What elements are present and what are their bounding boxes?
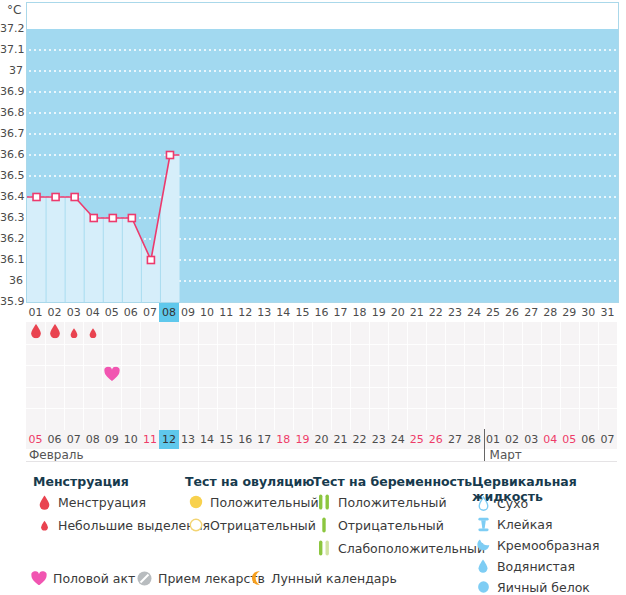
calendar-date[interactable]: 06 (45, 430, 64, 449)
day-cell[interactable]: 17 (331, 303, 350, 322)
calendar-date[interactable]: 13 (179, 430, 198, 449)
moon-icon (248, 570, 266, 586)
calendar-date[interactable]: 11 (140, 430, 159, 449)
month-label-february: Февраль (29, 448, 84, 462)
temp-marker[interactable] (166, 152, 173, 159)
day-cell[interactable]: 14 (274, 303, 293, 322)
day-cell[interactable]: 19 (369, 303, 388, 322)
day-cell[interactable]: 03 (64, 303, 83, 322)
day-cell[interactable]: 23 (445, 303, 464, 322)
temp-marker[interactable] (147, 257, 154, 264)
grid-line (426, 322, 427, 430)
calendar-date[interactable]: 01 (484, 430, 503, 449)
calendar-date[interactable]: 03 (522, 430, 541, 449)
day-cell[interactable]: 22 (426, 303, 445, 322)
calendar-date[interactable]: 05 (26, 430, 45, 449)
temp-marker[interactable] (128, 215, 135, 222)
y-tick-label: 36 (0, 274, 23, 287)
day-cell[interactable]: 29 (560, 303, 579, 322)
grid-line (522, 322, 523, 430)
drop-large-icon (35, 495, 53, 510)
calendar-date[interactable]: 14 (198, 430, 217, 449)
day-cell[interactable]: 25 (484, 303, 503, 322)
day-cell[interactable]: 30 (579, 303, 598, 322)
day-cell[interactable]: 01 (26, 303, 45, 322)
grid-line (26, 344, 617, 345)
legend-footer-item: Лунный календарь (248, 569, 397, 587)
day-cell[interactable]: 24 (464, 303, 483, 322)
temp-marker[interactable] (71, 194, 78, 201)
legend-item: Водянистая (474, 557, 575, 575)
circle-filled-yellow-icon (187, 495, 205, 509)
calendar-date[interactable]: 24 (388, 430, 407, 449)
calendar-date[interactable]: 25 (407, 430, 426, 449)
y-tick-label: 37 (0, 64, 23, 77)
day-cell[interactable]: 04 (83, 303, 102, 322)
calendar-date[interactable]: 05 (560, 430, 579, 449)
day-cell-selected[interactable]: 08 (159, 303, 178, 322)
temp-marker[interactable] (52, 194, 59, 201)
legend-item-label: Отрицательный (210, 518, 316, 533)
legend-item-label: Положительный (338, 495, 447, 510)
day-cell[interactable]: 12 (236, 303, 255, 322)
grid-line (64, 322, 65, 430)
circle-outline-yellow-icon (187, 518, 205, 532)
day-cell[interactable]: 28 (541, 303, 560, 322)
day-cell[interactable]: 10 (198, 303, 217, 322)
day-cell[interactable]: 05 (102, 303, 121, 322)
day-cell[interactable]: 18 (350, 303, 369, 322)
grid-line (598, 322, 599, 430)
temp-marker[interactable] (90, 215, 97, 222)
bbt-chart-page: °C 37.237.13736.936.836.736.636.536.436.… (0, 0, 626, 595)
day-cell[interactable]: 16 (312, 303, 331, 322)
day-cell[interactable]: 31 (598, 303, 617, 322)
calendar-date[interactable]: 07 (64, 430, 83, 449)
menstruation-drop-icon[interactable] (29, 323, 42, 342)
legend-item-label: Отрицательный (338, 518, 444, 533)
temp-marker[interactable] (33, 194, 40, 201)
calendar-date[interactable]: 22 (350, 430, 369, 449)
menstruation-drop-icon[interactable] (69, 323, 78, 342)
calendar-date[interactable]: 09 (102, 430, 121, 449)
calendar-date[interactable]: 26 (426, 430, 445, 449)
calendar-date[interactable]: 19 (293, 430, 312, 449)
calendar-date[interactable]: 17 (255, 430, 274, 449)
calendar-date[interactable]: 18 (274, 430, 293, 449)
calendar-date[interactable]: 10 (121, 430, 140, 449)
calendar-date[interactable]: 06 (579, 430, 598, 449)
temp-marker[interactable] (109, 215, 116, 222)
grid-line (236, 322, 237, 430)
calendar-date[interactable]: 23 (369, 430, 388, 449)
calendar-date[interactable]: 07 (598, 430, 617, 449)
day-cell[interactable]: 07 (140, 303, 159, 322)
grid-line (255, 322, 256, 430)
day-cell[interactable]: 20 (388, 303, 407, 322)
calendar-date[interactable]: 08 (83, 430, 102, 449)
calendar-date[interactable]: 27 (445, 430, 464, 449)
bars-weak-green-icon (315, 540, 333, 556)
calendar-date[interactable]: 16 (236, 430, 255, 449)
day-cell[interactable]: 13 (255, 303, 274, 322)
day-cell[interactable]: 27 (522, 303, 541, 322)
day-cell[interactable]: 26 (503, 303, 522, 322)
calendar-date[interactable]: 21 (331, 430, 350, 449)
menstruation-drop-icon[interactable] (88, 323, 97, 342)
calendar-date[interactable]: 04 (541, 430, 560, 449)
day-cell[interactable]: 21 (407, 303, 426, 322)
legend-item-label: Положительный (210, 495, 319, 510)
day-cell[interactable]: 06 (121, 303, 140, 322)
intercourse-heart-icon[interactable] (104, 367, 120, 386)
day-cell[interactable]: 02 (45, 303, 64, 322)
grid-line (331, 322, 332, 430)
event-grid[interactable] (26, 322, 617, 430)
calendar-date[interactable]: 02 (503, 430, 522, 449)
calendar-date[interactable]: 28 (464, 430, 483, 449)
menstruation-drop-icon[interactable] (48, 323, 61, 342)
day-cell[interactable]: 15 (293, 303, 312, 322)
day-cell[interactable]: 09 (179, 303, 198, 322)
calendar-date[interactable]: 15 (217, 430, 236, 449)
calendar-date-selected[interactable]: 12 (159, 430, 178, 449)
grid-line (541, 322, 542, 430)
calendar-date[interactable]: 20 (312, 430, 331, 449)
day-cell[interactable]: 11 (217, 303, 236, 322)
